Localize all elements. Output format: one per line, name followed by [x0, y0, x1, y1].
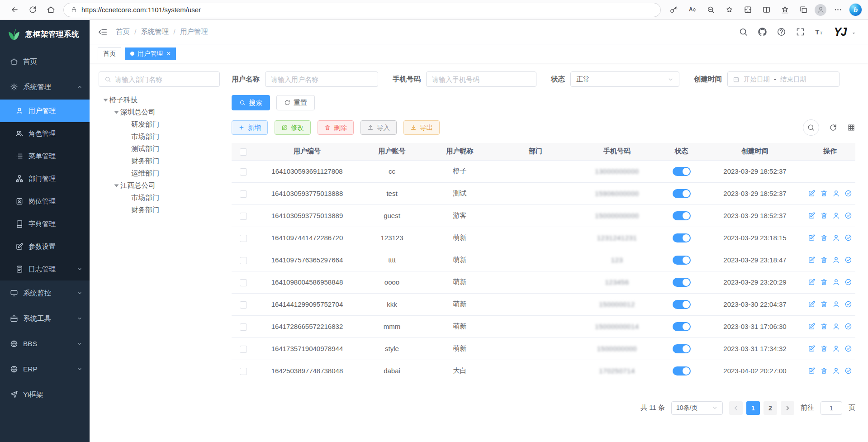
back-button[interactable] — [6, 2, 23, 18]
edit-square-icon[interactable] — [808, 212, 816, 219]
sidebar-item-system-monitor[interactable]: 系统监控 — [0, 280, 90, 306]
zoom-button[interactable] — [702, 2, 719, 18]
more-button[interactable] — [830, 2, 846, 18]
edit-square-icon[interactable] — [808, 345, 816, 352]
tree-node-ops-dept[interactable]: 运维部门 — [99, 167, 220, 180]
user-icon[interactable] — [832, 300, 840, 308]
check-circle-icon[interactable] — [844, 300, 852, 308]
page-size-select[interactable]: 10条/页 — [671, 401, 723, 415]
check-circle-icon[interactable] — [844, 367, 852, 375]
edit-square-icon[interactable] — [808, 300, 816, 308]
tree-expand-icon[interactable] — [112, 109, 120, 117]
user-icon[interactable] — [832, 212, 840, 219]
sidebar-item-system-tools[interactable]: 系统工具 — [0, 306, 90, 331]
sidebar-item-role-management[interactable]: 角色管理 — [0, 122, 90, 145]
column-settings-button[interactable] — [847, 124, 855, 132]
brand-logo[interactable]: YJ — [834, 26, 846, 38]
read-aloud-button[interactable]: A — [684, 2, 700, 18]
tree-node-shenzhen-hq[interactable]: 深圳总公司 — [99, 106, 220, 119]
page-button-1[interactable]: 1 — [746, 401, 760, 415]
row-checkbox[interactable] — [240, 257, 247, 264]
next-page-button[interactable] — [781, 401, 794, 415]
select-all-checkbox[interactable] — [240, 148, 247, 156]
edit-square-icon[interactable] — [808, 256, 816, 264]
trash-icon[interactable] — [820, 234, 828, 242]
sidebar-item-user-management[interactable]: 用户管理 — [0, 100, 90, 122]
delete-button[interactable]: 删除 — [318, 120, 354, 135]
row-checkbox[interactable] — [240, 346, 247, 353]
sidebar-item-bbs[interactable]: BBS — [0, 331, 90, 356]
sidebar-item-home[interactable]: 首页 — [0, 49, 90, 74]
reset-button[interactable]: 重置 — [276, 95, 315, 110]
extensions-button[interactable] — [740, 2, 756, 18]
user-icon[interactable] — [832, 345, 840, 352]
tree-expand-icon[interactable] — [112, 182, 120, 190]
profile-button[interactable] — [814, 3, 827, 17]
import-button[interactable]: 导入 — [360, 120, 397, 135]
breadcrumb-item[interactable]: 系统管理 — [141, 27, 169, 37]
edit-square-icon[interactable] — [808, 234, 816, 242]
tab-user-management[interactable]: 用户管理 × — [125, 48, 176, 60]
breadcrumb-item[interactable]: 首页 — [116, 27, 130, 37]
tree-node-finance-dept-sz[interactable]: 财务部门 — [99, 155, 220, 167]
trash-icon[interactable] — [820, 345, 828, 352]
row-checkbox[interactable] — [240, 368, 247, 375]
row-checkbox[interactable] — [240, 168, 247, 176]
sidebar-item-yi-framework[interactable]: Yi框架 — [0, 382, 90, 407]
goto-page-input[interactable] — [821, 401, 842, 415]
favorite-button[interactable] — [721, 2, 737, 18]
github-icon[interactable] — [758, 27, 767, 37]
tree-node-rd-dept[interactable]: 研发部门 — [99, 119, 220, 131]
user-icon[interactable] — [832, 278, 840, 286]
status-toggle[interactable] — [673, 344, 691, 353]
row-checkbox[interactable] — [240, 323, 247, 331]
sidebar-item-dept-management[interactable]: 部门管理 — [0, 167, 90, 190]
row-checkbox[interactable] — [240, 190, 247, 198]
check-circle-icon[interactable] — [844, 323, 852, 330]
tree-node-finance-dept-jx[interactable]: 财务部门 — [99, 204, 220, 216]
dept-search-input[interactable] — [115, 76, 214, 83]
key-button[interactable] — [665, 2, 682, 18]
help-icon[interactable] — [777, 27, 786, 37]
collections-button[interactable] — [795, 2, 811, 18]
status-toggle[interactable] — [673, 256, 691, 265]
check-circle-icon[interactable] — [844, 256, 852, 264]
user-icon[interactable] — [832, 190, 840, 197]
refresh-table-button[interactable] — [829, 124, 837, 132]
status-toggle[interactable] — [673, 278, 691, 287]
row-checkbox[interactable] — [240, 235, 247, 242]
fullscreen-icon[interactable] — [796, 27, 805, 37]
sidebar-item-dict-management[interactable]: 字典管理 — [0, 213, 90, 235]
check-circle-icon[interactable] — [844, 278, 852, 286]
tree-node-market-dept-sz[interactable]: 市场部门 — [99, 131, 220, 143]
status-toggle[interactable] — [673, 189, 691, 198]
trash-icon[interactable] — [820, 278, 828, 286]
search-button[interactable]: 搜索 — [232, 95, 270, 110]
sidebar-item-param-settings[interactable]: 参数设置 — [0, 235, 90, 258]
split-screen-button[interactable] — [758, 2, 774, 18]
phone-input[interactable] — [432, 76, 531, 83]
edit-square-icon[interactable] — [808, 190, 816, 197]
search-icon[interactable] — [739, 27, 748, 37]
check-circle-icon[interactable] — [844, 345, 852, 352]
sidebar-item-post-management[interactable]: 岗位管理 — [0, 190, 90, 213]
favorites-bar-button[interactable] — [777, 2, 793, 18]
check-circle-icon[interactable] — [844, 190, 852, 197]
status-toggle[interactable] — [673, 167, 691, 176]
tree-node-jiangxi-hq[interactable]: 江西总公司 — [99, 180, 220, 192]
trash-icon[interactable] — [820, 190, 828, 197]
sidebar-item-system-management[interactable]: 系统管理 — [0, 74, 90, 100]
trash-icon[interactable] — [820, 256, 828, 264]
address-bar[interactable]: https://ccnetcore.com:1101/system/user — [63, 3, 661, 17]
tree-node-test-dept[interactable]: 测试部门 — [99, 143, 220, 155]
app-logo[interactable]: 意框架管理系统 — [0, 20, 90, 49]
edit-button[interactable]: 修改 — [275, 120, 311, 135]
trash-icon[interactable] — [820, 323, 828, 330]
check-circle-icon[interactable] — [844, 234, 852, 242]
prev-page-button[interactable] — [729, 401, 743, 415]
status-toggle[interactable] — [673, 366, 691, 375]
page-button-2[interactable]: 2 — [764, 401, 777, 415]
bing-chat-icon[interactable]: b — [849, 4, 862, 16]
check-circle-icon[interactable] — [844, 212, 852, 219]
export-button[interactable]: 导出 — [403, 120, 440, 135]
